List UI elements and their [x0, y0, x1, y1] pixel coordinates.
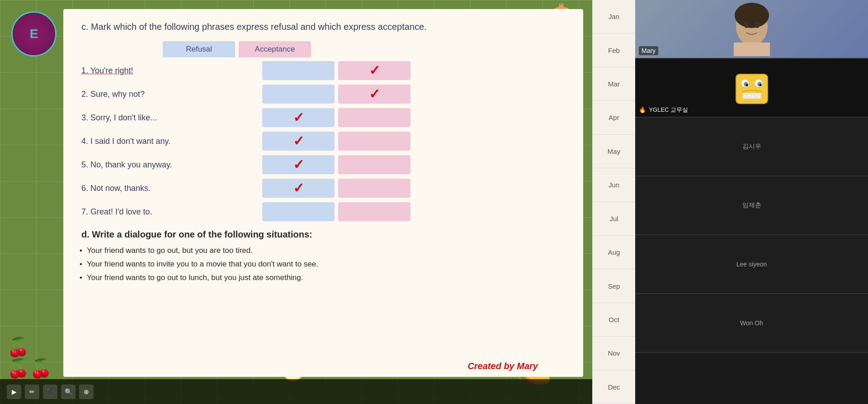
svg-rect-15 [748, 95, 750, 97]
acceptance-cell-7 [338, 202, 410, 221]
table-row: 4. I said I don't want any. ✓ [81, 131, 565, 152]
kimsiwoo-name: 김시우 [742, 143, 761, 151]
table-row: 7. Great! I'd love to. [81, 201, 565, 222]
wonoh-name: Won Oh [740, 319, 763, 327]
refusal-cell-2 [262, 85, 335, 104]
question-3: 3. Sorry, I don't like... [81, 113, 262, 123]
svg-point-12 [759, 84, 761, 86]
phrase-table: 1. You're right! ✓ 2. Sure, why not? ✓ 3… [81, 60, 565, 222]
month-apr[interactable]: Apr [593, 101, 635, 134]
bullet-item-2: Your friend wants to invite you to a mov… [81, 260, 565, 269]
checkmark-6: ✓ [293, 181, 304, 195]
refusal-cell-6: ✓ [262, 179, 335, 198]
question-5: 5. No, thank you anyway. [81, 160, 262, 170]
acceptance-cell-3 [338, 108, 410, 127]
mary-face-svg [725, 2, 779, 56]
logo-circle: E [11, 11, 57, 57]
participant-card-mary: Mary [635, 0, 868, 59]
svg-rect-16 [751, 95, 754, 97]
months-sidebar: Jan Feb Mar Apr May Jun Jul Aug Sep Oct … [592, 0, 635, 404]
table-row: 1. You're right! ✓ [81, 60, 565, 81]
question-4: 4. I said I don't want any. [81, 137, 262, 146]
yglec-label: 🔥 YGLEC 교무실 [639, 106, 688, 114]
acceptance-cell-1: ✓ [338, 61, 410, 80]
svg-rect-14 [744, 95, 747, 97]
draw-button[interactable]: ✏ [25, 385, 39, 399]
created-by-label: Created by Mary [467, 361, 538, 371]
mary-video-feed [635, 0, 868, 58]
svg-rect-17 [755, 95, 758, 97]
leesiyeon-name: Lee siyeon [736, 261, 767, 268]
participant-card-wonoh: Won Oh [635, 294, 868, 353]
section-d: d. Write a dialogue for one of the follo… [81, 229, 565, 282]
refusal-cell-1 [262, 61, 335, 80]
fire-icon: 🔥 [639, 106, 646, 113]
refusal-cell-7 [262, 202, 335, 221]
participant-card-imjecheun: 임제춘 [635, 176, 868, 235]
month-dec[interactable]: Dec [593, 371, 635, 404]
svg-point-2 [744, 23, 749, 28]
logo-text: E [30, 27, 38, 41]
checkmark-4: ✓ [293, 134, 304, 148]
stop-button[interactable]: ⬛ [43, 385, 57, 399]
mary-name-label: Mary [639, 46, 658, 55]
refusal-cell-4: ✓ [262, 132, 335, 151]
yglec-name: YGLEC 교무실 [649, 106, 688, 113]
month-mar[interactable]: Mar [593, 67, 635, 101]
zoom-button[interactable]: 🔍 [61, 385, 75, 399]
month-oct[interactable]: Oct [593, 303, 635, 337]
refusal-cell-5: ✓ [262, 155, 335, 174]
section-d-header: d. Write a dialogue for one of the follo… [81, 229, 565, 240]
question-6: 6. Not now, thanks. [81, 184, 262, 193]
svg-rect-4 [734, 43, 770, 56]
checkmark-5: ✓ [293, 158, 304, 171]
svg-point-11 [745, 84, 748, 86]
month-jan[interactable]: Jan [593, 0, 635, 33]
bullet-item-3: Your friend wants to go out to lunch, bu… [81, 273, 565, 282]
table-row: 2. Sure, why not? ✓ [81, 84, 565, 105]
spongebob-svg [729, 65, 774, 110]
question-7: 7. Great! I'd love to. [81, 207, 262, 217]
question-2: 2. Sure, why not? [81, 90, 262, 99]
content-card: c. Mark which of the following phrases e… [63, 9, 583, 377]
table-row: 5. No, thank you anyway. ✓ [81, 154, 565, 175]
refusal-column-header: Refusal [163, 41, 235, 57]
acceptance-cell-5 [338, 155, 410, 174]
month-may[interactable]: May [593, 135, 635, 168]
refusal-cell-3: ✓ [262, 108, 335, 127]
month-aug[interactable]: Aug [593, 236, 635, 269]
acceptance-cell-2: ✓ [338, 85, 410, 104]
month-feb[interactable]: Feb [593, 33, 635, 67]
play-button[interactable]: ▶ [7, 385, 21, 399]
logo-area: E [5, 5, 63, 63]
participant-card-leesiyeon: Lee siyeon [635, 235, 868, 294]
checkmark-3: ✓ [293, 111, 304, 124]
participant-card-spongebob: 🔥 YGLEC 교무실 [635, 59, 868, 118]
acceptance-cell-4 [338, 132, 410, 151]
acceptance-cell-6 [338, 179, 410, 198]
add-button[interactable]: ⊕ [79, 385, 94, 399]
month-nov[interactable]: Nov [593, 337, 635, 370]
checkmark-1: ✓ [369, 64, 380, 77]
table-header-row: Refusal Acceptance [163, 41, 565, 57]
svg-point-3 [755, 23, 760, 28]
month-jun[interactable]: Jun [593, 168, 635, 202]
month-jul[interactable]: Jul [593, 202, 635, 236]
bullet-item-1: Your friend wants to go out, but you are… [81, 246, 565, 255]
svg-rect-5 [736, 74, 768, 104]
table-row: 6. Not now, thanks. ✓ [81, 178, 565, 199]
checkmark-2: ✓ [369, 87, 380, 101]
question-1: 1. You're right! [81, 66, 262, 76]
participants-panel: Mary 🔥 YGLEC 교무실 [635, 0, 868, 404]
main-content-area: E 🧅 🍒🍒🍒 🥑 🍋 c. Mark which of the followi… [0, 0, 592, 404]
tomatoes-decoration: 🍒🍒🍒 [7, 337, 52, 379]
bottom-toolbar: ▶ ✏ ⬛ 🔍 ⊕ [0, 379, 592, 404]
imjecheun-name: 임제춘 [742, 201, 761, 209]
section-c-header: c. Mark which of the following phrases e… [81, 22, 565, 32]
participant-card-kimsiwoo: 김시우 [635, 118, 868, 176]
table-row: 3. Sorry, I don't like... ✓ [81, 107, 565, 128]
acceptance-column-header: Acceptance [239, 41, 311, 57]
month-sep[interactable]: Sep [593, 269, 635, 303]
svg-point-1 [735, 3, 769, 28]
